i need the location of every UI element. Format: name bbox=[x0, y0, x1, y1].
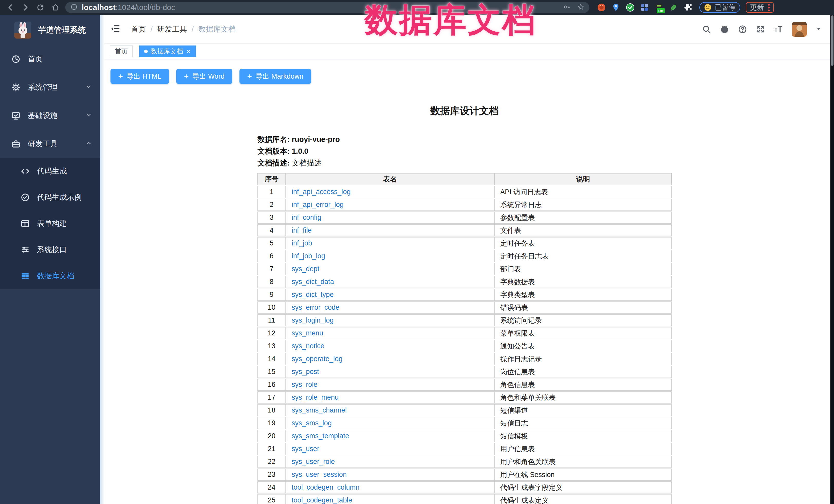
github-icon[interactable] bbox=[720, 25, 729, 34]
sidebar-item-研发工具[interactable]: 研发工具 bbox=[0, 130, 100, 158]
table-link-sys_role_menu[interactable]: sys_role_menu bbox=[292, 393, 338, 401]
table-link-tool_codegen_column[interactable]: tool_codegen_column bbox=[292, 483, 359, 491]
export-button-导出 HTML[interactable]: +导出 HTML bbox=[110, 69, 169, 84]
url-bar[interactable]: localhost:1024/tool/db-doc bbox=[65, 2, 589, 13]
export-toolbar: +导出 HTML+导出 Word+导出 Markdown bbox=[100, 59, 834, 84]
collapse-sidebar-icon[interactable] bbox=[110, 24, 120, 35]
table-row: 7sys_dept部门表 bbox=[258, 263, 672, 275]
sidebar-item-数据库文档[interactable]: 数据库文档 bbox=[0, 263, 100, 289]
puzzle-extensions-icon[interactable] bbox=[683, 3, 692, 12]
table-link-sys_role[interactable]: sys_role bbox=[292, 381, 317, 388]
font-size-icon[interactable] bbox=[774, 25, 783, 34]
row-number: 22 bbox=[258, 456, 286, 468]
sidebar-item-代码生成示例[interactable]: 代码生成示例 bbox=[0, 184, 100, 211]
forward-button[interactable] bbox=[18, 1, 33, 14]
table-description-cell: 短信渠道 bbox=[494, 404, 672, 416]
row-number: 10 bbox=[258, 302, 286, 313]
table-link-sys_sms_template[interactable]: sys_sms_template bbox=[292, 432, 349, 440]
breadcrumb-item-研发工具[interactable]: 研发工具 bbox=[157, 24, 187, 35]
bookmark-star-icon[interactable] bbox=[577, 3, 584, 12]
breadcrumb-item-首页[interactable]: 首页 bbox=[131, 24, 146, 35]
table-link-inf_file[interactable]: inf_file bbox=[292, 226, 312, 234]
meta-value: 文档描述 bbox=[292, 159, 322, 167]
table-link-tool_codegen_table[interactable]: tool_codegen_table bbox=[292, 496, 352, 504]
fullscreen-icon[interactable] bbox=[756, 25, 765, 34]
app-logo[interactable]: 芋道管理系统 bbox=[0, 15, 100, 45]
user-menu-caret-icon[interactable] bbox=[815, 26, 822, 33]
table-name-cell: inf_file bbox=[286, 224, 494, 237]
table-name-cell: sys_user_role bbox=[286, 456, 494, 468]
table-link-inf_job_log[interactable]: inf_job_log bbox=[292, 252, 325, 260]
chevron-up-icon bbox=[85, 140, 92, 148]
table-link-sys_sms_log[interactable]: sys_sms_log bbox=[292, 419, 332, 427]
tag-首页[interactable]: 首页 bbox=[110, 45, 133, 57]
table-link-sys_user_session[interactable]: sys_user_session bbox=[292, 470, 347, 478]
table-link-sys_user_role[interactable]: sys_user_role bbox=[292, 458, 335, 465]
table-link-inf_api_access_log[interactable]: inf_api_access_log bbox=[292, 188, 351, 196]
meta-line: 文档版本: 1.0.0 bbox=[258, 145, 672, 157]
export-button-导出 Word[interactable]: +导出 Word bbox=[176, 69, 232, 84]
submenu-研发工具: 代码生成代码生成示例表单构建系统接口数据库文档 bbox=[0, 158, 100, 289]
proxy-extension-icon[interactable]: on bbox=[655, 3, 663, 12]
table-link-inf_api_error_log[interactable]: inf_api_error_log bbox=[292, 201, 344, 209]
table-header-row: 序号表名说明 bbox=[258, 173, 672, 185]
scrollbar-thumb[interactable] bbox=[831, 16, 833, 66]
sidebar-item-系统管理[interactable]: 系统管理 bbox=[0, 73, 100, 102]
leaf-extension-icon[interactable] bbox=[669, 3, 678, 12]
help-icon[interactable] bbox=[738, 25, 747, 34]
row-number: 23 bbox=[258, 468, 286, 481]
meta-line: 数据库名: ruoyi-vue-pro bbox=[258, 133, 672, 145]
page-scrollbar[interactable] bbox=[830, 15, 834, 504]
password-key-icon[interactable] bbox=[563, 3, 570, 12]
table-link-inf_config[interactable]: inf_config bbox=[292, 214, 322, 221]
table-link-sys_dict_data[interactable]: sys_dict_data bbox=[292, 278, 334, 286]
pin-extension-icon[interactable] bbox=[612, 3, 620, 12]
sidebar-item-系统接口[interactable]: 系统接口 bbox=[0, 237, 100, 263]
table-row: 17sys_role_menu角色和菜单关联表 bbox=[258, 391, 672, 403]
reload-button[interactable] bbox=[33, 1, 48, 14]
row-number: 11 bbox=[258, 314, 286, 326]
search-icon[interactable] bbox=[702, 25, 711, 34]
infra-icon bbox=[11, 111, 21, 120]
browser-menu-icon[interactable] bbox=[768, 4, 770, 11]
table-link-sys_operate_log[interactable]: sys_operate_log bbox=[292, 355, 343, 363]
table-link-sys_dept[interactable]: sys_dept bbox=[292, 265, 320, 273]
table-link-sys_user[interactable]: sys_user bbox=[292, 445, 320, 453]
update-browser-button[interactable]: 更新 bbox=[746, 2, 774, 13]
table-link-sys_error_code[interactable]: sys_error_code bbox=[292, 304, 339, 311]
grid-extension-icon[interactable] bbox=[640, 3, 649, 12]
table-link-sys_sms_channel[interactable]: sys_sms_channel bbox=[292, 406, 347, 414]
table-description-cell: 通知公告表 bbox=[494, 340, 672, 352]
pomodoro-extension-icon[interactable] bbox=[597, 3, 606, 12]
content: +导出 HTML+导出 Word+导出 Markdown 数据库设计文档 数据库… bbox=[100, 59, 834, 504]
emoji-face-icon bbox=[704, 4, 712, 11]
paused-extension-chip[interactable]: 已暂停 bbox=[699, 2, 740, 13]
home-button[interactable] bbox=[48, 1, 63, 14]
update-label: 更新 bbox=[750, 3, 764, 12]
back-button[interactable] bbox=[3, 1, 18, 14]
export-button-导出 Markdown[interactable]: +导出 Markdown bbox=[239, 69, 311, 84]
tools-icon bbox=[11, 139, 21, 149]
table-link-sys_login_log[interactable]: sys_login_log bbox=[292, 316, 334, 324]
table-name-cell: sys_error_code bbox=[286, 302, 494, 313]
site-info-icon[interactable] bbox=[70, 3, 78, 12]
table-name-cell: inf_job bbox=[286, 237, 494, 249]
table-description-cell: 短信日志 bbox=[494, 417, 672, 429]
green-check-extension-icon[interactable] bbox=[626, 3, 635, 12]
sidebar-item-表单构建[interactable]: 表单构建 bbox=[0, 211, 100, 237]
table-description-cell: 菜单权限表 bbox=[494, 327, 672, 339]
avatar[interactable] bbox=[792, 22, 807, 37]
table-link-sys_post[interactable]: sys_post bbox=[292, 368, 319, 375]
sidebar-item-基础设施[interactable]: 基础设施 bbox=[0, 102, 100, 130]
table-link-inf_job[interactable]: inf_job bbox=[292, 239, 312, 247]
close-tag-icon[interactable]: × bbox=[186, 48, 191, 55]
table-link-sys_dict_type[interactable]: sys_dict_type bbox=[292, 291, 334, 299]
extension-on-badge: on bbox=[657, 8, 665, 13]
table-link-sys_notice[interactable]: sys_notice bbox=[292, 342, 325, 350]
table-link-sys_menu[interactable]: sys_menu bbox=[292, 329, 323, 337]
sidebar-item-首页[interactable]: 首页 bbox=[0, 45, 100, 73]
sidebar-item-代码生成[interactable]: 代码生成 bbox=[0, 158, 100, 184]
row-number: 18 bbox=[258, 404, 286, 416]
tag-数据库文档[interactable]: 数据库文档× bbox=[139, 45, 196, 57]
column-header-表名: 表名 bbox=[286, 173, 494, 185]
